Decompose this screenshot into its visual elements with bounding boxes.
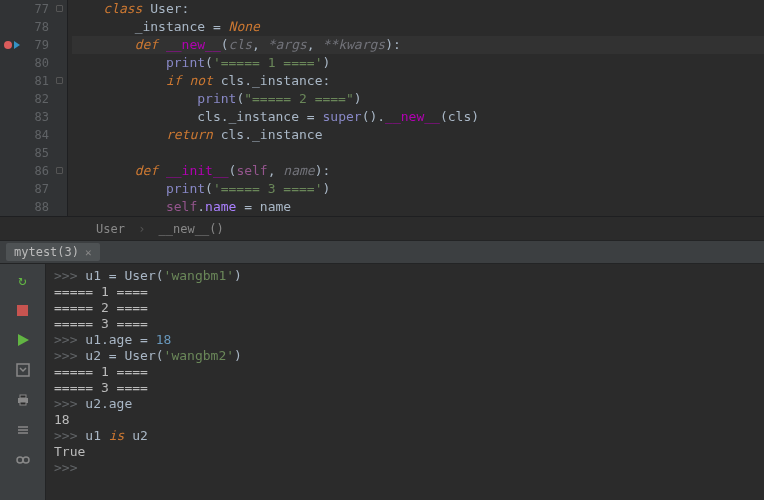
line-number: 82 xyxy=(35,90,49,108)
code-line[interactable]: def __init__(self, name): xyxy=(72,162,764,180)
console-line[interactable]: True xyxy=(54,444,764,460)
svg-marker-0 xyxy=(18,334,29,346)
prompt: >>> xyxy=(54,428,85,443)
history-icon[interactable] xyxy=(13,420,33,440)
line-number: 81 xyxy=(35,72,49,90)
breakpoint-icon[interactable] xyxy=(4,41,12,49)
console-toolbar: ↻ xyxy=(0,264,46,500)
code-line[interactable]: print("===== 2 ====") xyxy=(72,90,764,108)
line-number: 83 xyxy=(35,108,49,126)
svg-rect-3 xyxy=(20,395,26,398)
line-number: 87 xyxy=(35,180,49,198)
rerun-icon[interactable]: ↻ xyxy=(13,270,33,290)
console-output[interactable]: >>> u1 = User('wangbm1')===== 1 ========… xyxy=(46,264,764,500)
line-number: 79 xyxy=(35,36,49,54)
breadcrumb-item[interactable]: User xyxy=(96,222,125,236)
console-line[interactable]: >>> u1 = User('wangbm1') xyxy=(54,268,764,284)
code-line[interactable]: if not cls._instance: xyxy=(72,72,764,90)
line-number: 85 xyxy=(35,144,49,162)
code-line[interactable]: _instance = None xyxy=(72,18,764,36)
fold-icon[interactable] xyxy=(56,167,63,174)
code-line[interactable] xyxy=(72,144,764,162)
prompt: >>> xyxy=(54,332,85,347)
console-line[interactable]: >>> u1.age = 18 xyxy=(54,332,764,348)
editor-gutter: 77 78 79 80 81 82 83 84 85 86 87 88 xyxy=(0,0,68,216)
svg-point-6 xyxy=(23,457,29,463)
run-marker-icon xyxy=(14,41,20,49)
line-number: 77 xyxy=(35,0,49,18)
console-line[interactable]: ===== 1 ==== xyxy=(54,364,764,380)
print-icon[interactable] xyxy=(13,390,33,410)
line-number: 84 xyxy=(35,126,49,144)
scroll-to-end-icon[interactable] xyxy=(13,360,33,380)
fold-icon[interactable] xyxy=(56,5,63,12)
line-number: 86 xyxy=(35,162,49,180)
prompt: >>> xyxy=(54,460,85,475)
console-line[interactable]: >>> u2.age xyxy=(54,396,764,412)
console-line[interactable]: >>> u1 is u2 xyxy=(54,428,764,444)
console-tab[interactable]: mytest(3) ✕ xyxy=(6,243,100,261)
svg-point-5 xyxy=(17,457,23,463)
console-line[interactable]: ===== 1 ==== xyxy=(54,284,764,300)
code-editor[interactable]: 77 78 79 80 81 82 83 84 85 86 87 88 clas… xyxy=(0,0,764,216)
console-tabbar: mytest(3) ✕ xyxy=(0,240,764,264)
line-number: 78 xyxy=(35,18,49,36)
svg-rect-4 xyxy=(20,402,26,405)
stop-icon[interactable] xyxy=(13,300,33,320)
console-line[interactable]: ===== 3 ==== xyxy=(54,316,764,332)
soft-wrap-icon[interactable] xyxy=(13,450,33,470)
code-line[interactable]: def __new__(cls, *args, **kwargs): xyxy=(72,36,764,54)
console-panel: ↻ >>> u1 = User('wangbm1')===== 1 ======… xyxy=(0,264,764,500)
console-line[interactable]: ===== 3 ==== xyxy=(54,380,764,396)
fold-icon[interactable] xyxy=(56,77,63,84)
code-area[interactable]: class User: _instance = None def __new__… xyxy=(68,0,764,216)
line-number: 80 xyxy=(35,54,49,72)
run-icon[interactable] xyxy=(13,330,33,350)
code-line[interactable]: return cls._instance xyxy=(72,126,764,144)
code-line[interactable]: print('===== 1 ====') xyxy=(72,54,764,72)
prompt: >>> xyxy=(54,396,85,411)
prompt: >>> xyxy=(54,348,85,363)
prompt: >>> xyxy=(54,268,85,283)
code-line[interactable]: self.name = name xyxy=(72,198,764,216)
console-tab-label: mytest(3) xyxy=(14,245,79,259)
line-number: 88 xyxy=(35,198,49,216)
console-line[interactable]: >>> xyxy=(54,460,764,476)
breadcrumb-item[interactable]: __new__() xyxy=(159,222,224,236)
code-line[interactable]: print('===== 3 ====') xyxy=(72,180,764,198)
console-line[interactable]: 18 xyxy=(54,412,764,428)
breadcrumb[interactable]: User › __new__() xyxy=(0,216,764,240)
console-line[interactable]: >>> u2 = User('wangbm2') xyxy=(54,348,764,364)
code-line[interactable]: class User: xyxy=(72,0,764,18)
code-line[interactable]: cls._instance = super().__new__(cls) xyxy=(72,108,764,126)
chevron-right-icon: › xyxy=(138,222,145,236)
console-line[interactable]: ===== 2 ==== xyxy=(54,300,764,316)
close-icon[interactable]: ✕ xyxy=(85,246,92,259)
